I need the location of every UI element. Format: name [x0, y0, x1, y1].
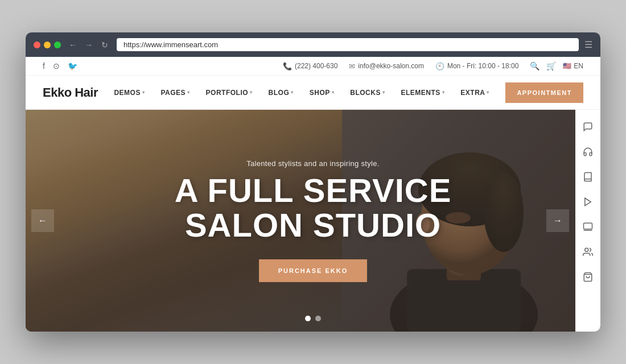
sidebar-chat-icon[interactable]	[576, 115, 599, 138]
arrow-right-icon: →	[553, 216, 562, 226]
nav-item-elements[interactable]: ELEMENTS ▾	[393, 89, 452, 97]
browser-nav: ← → ↻	[67, 39, 111, 51]
navbar: Ekko Hair DEMOS ▾ PAGES ▾ PORTFOLIO ▾ BL…	[26, 76, 600, 110]
nav-label-pages: PAGES	[160, 89, 186, 97]
email-info: ✉ info@ekko-salon.com	[349, 62, 424, 71]
top-bar-actions: 🔍 🛒 🇺🇸 EN	[530, 61, 583, 71]
browser-menu-button[interactable]: ☰	[584, 39, 592, 50]
nav-label-extra: EXTRA	[460, 89, 485, 97]
sidebar-laptop-icon[interactable]	[576, 216, 599, 238]
chevron-down-icon: ▾	[291, 90, 294, 95]
clock-icon: 🕙	[435, 62, 444, 71]
hours-info: 🕙 Mon - Fri: 10:00 - 18:00	[435, 62, 518, 71]
chevron-down-icon: ▾	[382, 90, 385, 95]
sidebar-book-icon[interactable]	[576, 166, 599, 188]
slide-dots	[305, 316, 321, 321]
email-icon: ✉	[349, 62, 355, 71]
browser-window: ← → ↻ https://www.immenseart.com ☰ f ⊙ 🐦…	[26, 32, 600, 332]
nav-label-portfolio: PORTFOLIO	[206, 89, 249, 97]
nav-item-pages[interactable]: PAGES ▾	[153, 89, 197, 97]
hero-content: Talented stylists and an inspiring style…	[26, 110, 600, 332]
hero-subtitle: Talented stylists and an inspiring style…	[246, 159, 379, 168]
nav-item-blog[interactable]: BLOG ▾	[261, 89, 302, 97]
chevron-down-icon: ▾	[250, 90, 253, 95]
chevron-down-icon: ▾	[487, 90, 489, 95]
forward-button[interactable]: →	[83, 39, 95, 51]
nav-item-extra[interactable]: EXTRA ▾	[452, 89, 497, 97]
reload-button[interactable]: ↻	[98, 39, 111, 51]
instagram-icon[interactable]: ⊙	[53, 61, 60, 71]
back-button[interactable]: ←	[67, 39, 79, 51]
url-text: https://www.immenseart.com	[123, 40, 218, 49]
close-dot[interactable]	[34, 42, 40, 48]
phone-info: 📞 (222) 400-630	[283, 62, 337, 71]
nav-label-blog: BLOG	[269, 89, 290, 97]
phone-icon: 📞	[283, 62, 292, 71]
purchase-button[interactable]: PURCHASE EKKO	[259, 259, 368, 282]
lang-label: EN	[574, 62, 583, 70]
slide-dot-2[interactable]	[315, 316, 321, 321]
website-content: f ⊙ 🐦 📞 (222) 400-630 ✉ info@ekko-salon.…	[26, 57, 600, 332]
hero-title-line2: SALON STUDIO	[185, 206, 441, 243]
twitter-icon[interactable]: 🐦	[68, 61, 77, 71]
slide-prev-button[interactable]: ←	[31, 209, 54, 232]
top-bar: f ⊙ 🐦 📞 (222) 400-630 ✉ info@ekko-salon.…	[26, 57, 600, 76]
nav-menu: DEMOS ▾ PAGES ▾ PORTFOLIO ▾ BLOG ▾ SHOP	[106, 89, 497, 97]
flag-icon: 🇺🇸	[563, 62, 571, 70]
nav-label-blocks: BLOCKS	[350, 89, 381, 97]
svg-rect-9	[584, 223, 592, 229]
sidebar-bag-icon[interactable]	[576, 266, 599, 288]
nav-item-portfolio[interactable]: PORTFOLIO ▾	[198, 89, 261, 97]
hero-title-line1: A FULL SERVICE	[175, 172, 452, 209]
chevron-down-icon: ▾	[442, 90, 445, 95]
nav-label-shop: SHOP	[310, 89, 330, 97]
social-links: f ⊙ 🐦	[43, 61, 77, 71]
appointment-button[interactable]: APPOINTMENT	[505, 82, 583, 103]
browser-chrome: ← → ↻ https://www.immenseart.com ☰	[26, 32, 600, 57]
phone-number: (222) 400-630	[295, 62, 337, 70]
sidebar-video-icon[interactable]	[576, 191, 599, 213]
slide-dot-1[interactable]	[305, 316, 311, 321]
svg-marker-8	[585, 198, 591, 206]
maximize-dot[interactable]	[54, 42, 61, 48]
hero-title: A FULL SERVICE SALON STUDIO	[175, 173, 452, 243]
chevron-down-icon: ▾	[332, 90, 335, 95]
search-icon[interactable]: 🔍	[530, 61, 539, 71]
minimize-dot[interactable]	[44, 42, 51, 48]
nav-item-shop[interactable]: SHOP ▾	[302, 89, 343, 97]
cart-icon[interactable]: 🛒	[546, 61, 556, 71]
sidebar-headset-icon[interactable]	[576, 140, 599, 163]
svg-point-11	[585, 248, 588, 251]
email-address: info@ekko-salon.com	[358, 62, 424, 70]
language-selector[interactable]: 🇺🇸 EN	[563, 62, 583, 70]
hero-section: Talented stylists and an inspiring style…	[26, 110, 600, 332]
nav-item-demos[interactable]: DEMOS ▾	[106, 89, 153, 97]
business-hours: Mon - Fri: 10:00 - 18:00	[447, 62, 518, 70]
nav-item-blocks[interactable]: BLOCKS ▾	[342, 89, 393, 97]
arrow-left-icon: ←	[38, 216, 47, 226]
facebook-icon[interactable]: f	[43, 61, 45, 71]
slide-next-button[interactable]: →	[546, 209, 569, 232]
chevron-down-icon: ▾	[187, 90, 190, 95]
right-sidebar	[575, 110, 600, 332]
sidebar-users-icon[interactable]	[576, 241, 599, 263]
site-logo[interactable]: Ekko Hair	[43, 85, 98, 100]
nav-label-elements: ELEMENTS	[401, 89, 440, 97]
nav-label-demos: DEMOS	[114, 89, 141, 97]
browser-dots	[34, 42, 61, 48]
address-bar[interactable]: https://www.immenseart.com	[117, 38, 579, 51]
top-bar-right: 📞 (222) 400-630 ✉ info@ekko-salon.com 🕙 …	[283, 61, 583, 71]
chevron-down-icon: ▾	[142, 90, 145, 95]
